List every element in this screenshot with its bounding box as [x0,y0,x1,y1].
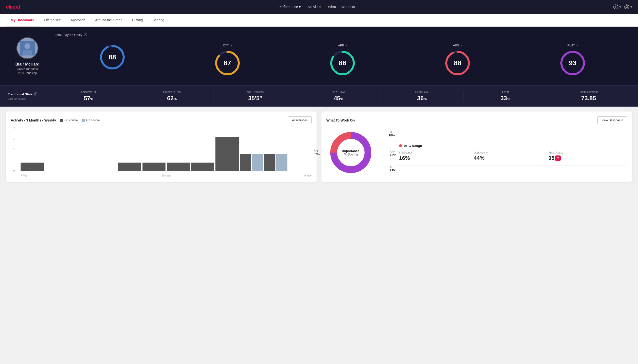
user-button[interactable]: ▾ [624,4,632,10]
nav-right: ▾ ▾ [613,4,632,10]
scores-section: Total Player Quality ⓘ 88 OTT ↗ [55,32,630,80]
stat-scoring-average: Scoring Average 73.85 [547,90,630,102]
app-proximity-label: App. Proximity [218,90,293,94]
down-arrow-icon: ▼ [555,156,561,161]
all-activities-button[interactable]: All Activities [288,116,312,124]
score-app: APP ↗ 86 [285,41,400,80]
score-main: 88 [55,41,170,80]
work-on-panel-title: What To Work On [326,118,355,122]
activity-header-left: Activity - 3 Months - Weekly On course O… [11,118,100,122]
player-info: Blair McHarg United Kingdom Plus Handica… [8,37,47,75]
putt-score-value: 93 [569,59,576,67]
shot-quality-value: 95 ▼ [548,155,623,161]
up-and-down-label: Up & Down [301,90,376,94]
score-circles: 88 OTT ↗ 87 AP [55,41,630,80]
bar-on-course-7 [191,162,215,171]
tab-off-the-tee[interactable]: Off the Tee [39,14,66,26]
trad-help-icon[interactable]: ⓘ [34,92,37,96]
arg-arrow-icon: ↗ [460,44,462,47]
hero-section: Blair McHarg United Kingdom Plus Handica… [0,27,638,85]
x-axis-labels: 7 Feb 28 Mar 9 May [21,174,312,177]
user-dropdown-icon: ▾ [630,5,632,9]
app-arrow-icon: ↗ [345,44,347,47]
work-on-panel-header: What To Work On View Dashboard [326,116,627,124]
score-arg: ARG ↗ 88 [400,41,515,80]
ott-donut-label: OTT 10% [388,130,395,137]
arg-rough-card: ARG Rough Importance 16% Opportunity 44%… [395,140,627,166]
bar-on-course-10 [264,154,275,171]
bottom-panels: Activity - 3 Months - Weekly On course O… [0,106,638,187]
1-putt-label: 1 Putt [468,90,543,94]
activity-panel-title: Activity - 3 Months - Weekly [11,118,56,122]
tab-my-dashboard[interactable]: My Dashboard [6,14,39,26]
arg-dot [399,144,402,147]
bar-on-course-9 [240,154,251,171]
nav-activities[interactable]: Activities [308,5,321,9]
ott-label: OTT ↗ [223,44,232,47]
arg-score-value: 88 [454,59,462,67]
bar-off-course-10 [276,154,287,171]
tab-around-the-green[interactable]: Around the Green [90,14,127,26]
on-course-dot [60,119,63,122]
chart-legend: On course Off course [60,118,100,122]
arg-donut-label: ARG 21% [390,166,396,172]
stat-1-putt: 1 Putt 33% [464,90,547,102]
tpq-help-icon[interactable]: ⓘ [84,32,87,37]
trad-stats-label: Traditional Stats ⓘ Last 20 rounds [8,92,47,100]
x-label-may: 9 May [304,174,312,177]
stat-fairways-hit: Fairways Hit 57% [47,90,130,102]
legend-off-course: Off course [82,118,100,122]
bar-group-5 [142,162,166,171]
scoring-average-value: 73.85 [551,95,626,102]
score-putt: PUTT ↗ 93 [515,41,630,80]
bar-on-course-0 [21,162,44,171]
tpq-label: Total Player Quality ⓘ [55,32,630,37]
svg-point-4 [626,6,627,7]
dropdown-icon: ▾ [299,5,301,9]
bar-group-9 [240,154,263,171]
player-handicap: Plus Handicap [18,72,37,75]
app-proximity-value: 35'5" [218,95,293,102]
bar-group-7 [191,162,215,171]
info-card-metrics: Importance 16% Opportunity 44% Shot Qual… [399,151,623,161]
player-name: Blair McHarg [16,62,40,66]
tab-scoring[interactable]: Scoring [148,14,169,26]
add-dropdown-icon: ▾ [619,5,621,9]
traditional-stats: Traditional Stats ⓘ Last 20 rounds Fairw… [0,85,638,106]
x-label-feb: 7 Feb [21,174,28,177]
avatar [17,37,39,59]
bar-group-4 [118,162,141,171]
metric-shot-quality: Shot Quality 95 ▼ [548,151,623,161]
add-button[interactable]: ▾ [613,4,621,10]
off-course-dot [82,119,85,122]
app-donut-label: APP 12% [390,150,396,157]
up-and-down-value: 45% [301,95,376,102]
arg-label: ARG ↗ [453,44,462,47]
nav-what-to-work-on[interactable]: What To Work On [328,5,355,9]
legend-on-course: On course [60,118,78,122]
info-card-title: ARG Rough [399,144,623,148]
chart-area: 4 3 2 1 0 7 Feb 28 Mar 9 May [11,128,312,177]
stat-sand-save: Sand Save 36% [380,90,464,102]
tab-approach[interactable]: Approach [66,14,90,26]
stat-up-and-down: Up & Down 45% [297,90,380,102]
svg-rect-7 [23,50,32,56]
x-label-mar: 28 Mar [162,174,170,177]
ott-score-value: 87 [224,59,231,67]
trad-stats-subtitle: Last 20 rounds [8,97,47,100]
bar-group-6 [167,162,190,171]
bar-on-course-4 [118,162,141,171]
metric-importance: Importance 16% [399,151,474,161]
bar-group-10 [264,154,287,171]
view-dashboard-button[interactable]: View Dashboard [597,116,627,124]
tab-putting[interactable]: Putting [127,14,148,26]
donut-section: PUTT 57% Importance [326,128,627,177]
importance-value: 16% [399,155,474,161]
sand-save-label: Sand Save [384,90,460,94]
nav-performance[interactable]: Performance ▾ [278,5,301,9]
shot-quality-label: Shot Quality [548,151,623,154]
bar-on-course-5 [142,162,166,171]
main-circle: 88 [99,44,126,71]
score-ott: OTT ↗ 87 [170,41,285,80]
importance-label: Importance [399,151,474,154]
